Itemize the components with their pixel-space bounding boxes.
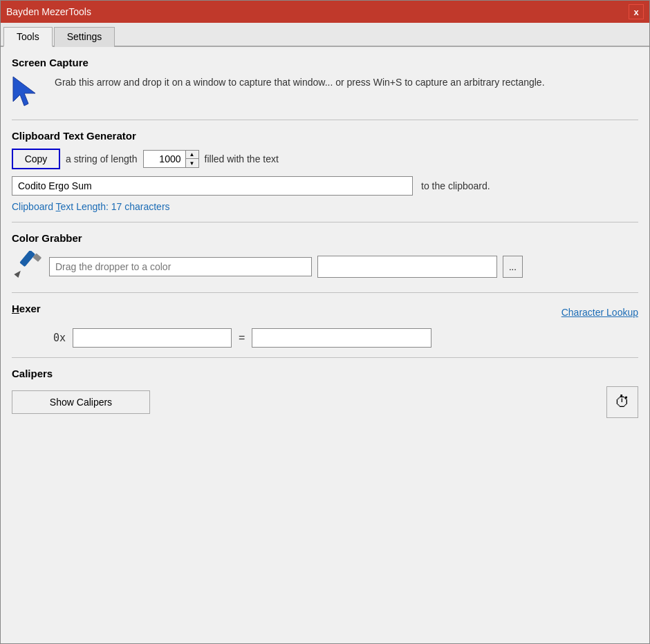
clipboard-row: Copy a string of length ▲ ▼ filled with … [12, 149, 638, 169]
hex-output[interactable] [252, 328, 431, 348]
svg-marker-0 [13, 77, 35, 106]
clipboard-section: Clipboard Text Generator Copy a string o… [12, 130, 638, 222]
hexer-section: Hexer Character Lookup 0x = [12, 303, 638, 358]
color-grabber-section: Color Grabber ... [12, 232, 638, 293]
copy-button[interactable]: Copy [12, 149, 60, 169]
clipboard-length-row: Clipboard Text Length: 17 characters [12, 201, 638, 212]
spinner-up[interactable]: ▲ [186, 151, 198, 159]
tab-bar: Tools Settings [1, 23, 649, 47]
svg-rect-1 [19, 251, 35, 267]
length-spinner: ▲ ▼ [143, 150, 199, 168]
length-prefix-label: a string of length [66, 153, 138, 164]
filled-label: filled with the text [205, 153, 279, 164]
length-input[interactable] [144, 151, 185, 167]
clipboard-length-value: 17 characters [111, 201, 170, 212]
title-bar: Bayden MezerTools x [1, 1, 649, 23]
screen-capture-section: Screen Capture Grab this arrow and drop … [12, 57, 638, 120]
equals-sign: = [239, 332, 245, 344]
to-clipboard-label: to the clipboard. [421, 180, 490, 191]
hexer-row: 0x = [12, 328, 638, 348]
hexer-header: Hexer Character Lookup [12, 303, 638, 321]
tab-tools[interactable]: Tools [3, 27, 53, 47]
main-window: Bayden MezerTools x Tools Settings Scree… [0, 0, 650, 644]
ellipsis-button[interactable]: ... [503, 256, 523, 278]
color-grabber-title: Color Grabber [12, 232, 638, 244]
calipers-section: Calipers Show Calipers ⏱ [12, 368, 638, 428]
text-input-row: to the clipboard. [12, 176, 638, 196]
dropper-icon[interactable] [12, 251, 44, 283]
clock-icon: ⏱ [615, 393, 630, 411]
calipers-row: Show Calipers ⏱ [12, 386, 638, 418]
color-display-box [317, 256, 497, 278]
screen-capture-row: Grab this arrow and drop it on a window … [12, 75, 638, 110]
dropper-text-input[interactable] [49, 257, 312, 276]
clipboard-text-input[interactable] [12, 176, 413, 196]
hex-input[interactable] [73, 328, 232, 348]
show-calipers-button[interactable]: Show Calipers [12, 390, 150, 414]
screen-capture-description: Grab this arrow and drop it on a window … [55, 75, 545, 90]
hexer-title: Hexer [12, 303, 41, 314]
svg-marker-2 [14, 269, 23, 278]
color-grabber-row: ... [12, 251, 638, 283]
spinner-down[interactable]: ▼ [186, 159, 198, 167]
window-title: Bayden MezerTools [6, 6, 91, 17]
tab-content: Screen Capture Grab this arrow and drop … [1, 47, 649, 643]
hex-prefix-label: 0x [53, 332, 66, 344]
calipers-title: Calipers [12, 368, 638, 379]
arrow-icon[interactable] [12, 75, 46, 110]
screen-capture-title: Screen Capture [12, 57, 638, 68]
character-lookup-link[interactable]: Character Lookup [561, 307, 638, 318]
spinner-buttons: ▲ ▼ [185, 151, 198, 167]
clipboard-title: Clipboard Text Generator [12, 130, 638, 142]
close-button[interactable]: x [629, 4, 644, 19]
tab-settings[interactable]: Settings [54, 27, 115, 47]
clock-button[interactable]: ⏱ [606, 386, 638, 418]
